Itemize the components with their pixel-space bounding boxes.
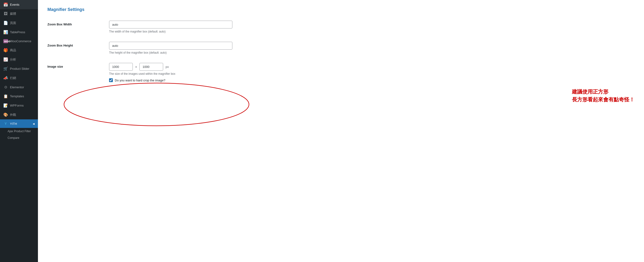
sidebar-item-woocommerce[interactable]: woo WooCommerce [0,37,38,46]
zoom-box-height-hint: The height of the magnifier box (default… [109,51,232,54]
image-height-input[interactable] [140,63,163,71]
sidebar-subitem-label: Ajax Product Filter [8,130,31,133]
sidebar-subitem-label: Compare [8,136,19,140]
sidebar-item-wpforms[interactable]: 📝 WPForms [0,101,38,110]
zoom-box-width-hint: The width of the magnifier box (default:… [109,30,232,33]
sidebar-item-elementor[interactable]: ⊙ Elementor [0,83,38,92]
yith-icon: Y [3,122,8,126]
sidebar-item-products[interactable]: 🎁 商品 [0,46,38,55]
times-icon: × [135,65,137,69]
annotation-line1: 建議使用正方形 [572,88,634,96]
sidebar-item-label: Elementor [10,85,24,89]
appearance-icon: 🎨 [3,113,8,117]
annotation-line2: 長方形看起來會有點奇怪！ [572,96,634,103]
sidebar-subitem-compare[interactable]: Compare [0,135,38,141]
pages-icon: 📄 [3,21,8,25]
sidebar: 📅 Events 🖼 媒體 📄 頁面 📊 TablePress woo WooC… [0,0,38,262]
image-size-control: × px The size of the images used within … [109,63,232,82]
sidebar-item-label: TablePress [10,30,25,34]
marketing-icon: 📣 [3,76,8,80]
sidebar-item-analytics[interactable]: 📈 分析 [0,55,38,64]
highlight-ellipse [62,81,251,128]
hard-crop-label[interactable]: Do you want to hard crop the image? [115,79,165,82]
zoom-box-height-row: Zoom Box Height The height of the magnif… [48,42,634,54]
sidebar-arrow-icon: ◀ [33,122,34,125]
templates-icon: 📋 [3,94,8,99]
image-size-label: Image size [48,63,100,68]
hard-crop-checkbox[interactable] [109,78,113,82]
sidebar-item-tablepress[interactable]: 📊 TablePress [0,28,38,37]
zoom-box-width-input[interactable] [109,21,232,29]
sidebar-item-label: 媒體 [10,12,16,16]
sidebar-item-label: Events [10,3,20,7]
zoom-box-width-row: Zoom Box Width The width of the magnifie… [48,21,634,33]
woocommerce-icon: woo [3,39,8,43]
sidebar-item-events[interactable]: 📅 Events [0,0,38,9]
media-icon: 🖼 [3,12,8,16]
section-title: Magnifier Settings [48,7,634,12]
sidebar-item-marketing[interactable]: 📣 行銷 [0,73,38,83]
sidebar-item-label: WPForms [10,104,24,107]
product-slider-icon: 🛒 [3,67,8,71]
image-width-input[interactable] [109,63,133,71]
sidebar-item-yith[interactable]: Y YITH ◀ [0,119,38,128]
tablepress-icon: 📊 [3,30,8,35]
zoom-box-width-label: Zoom Box Width [48,21,100,26]
analytics-icon: 📈 [3,57,8,62]
sidebar-item-label: YITH [10,122,17,126]
sidebar-item-label: Product Slider [10,67,30,71]
sidebar-item-label: 分析 [10,58,16,62]
hard-crop-row: Do you want to hard crop the image? [109,78,232,82]
products-icon: 🎁 [3,48,8,53]
elementor-icon: ⊙ [3,85,8,89]
sidebar-item-label: Templates [10,94,24,98]
sidebar-item-label: 行銷 [10,76,16,80]
sidebar-item-media[interactable]: 🖼 媒體 [0,9,38,18]
annotation-text: 建議使用正方形 長方形看起來會有點奇怪！ [572,88,634,103]
sidebar-subitem-ajax-product-filter[interactable]: Ajax Product Filter [0,128,38,135]
sidebar-item-product-slider[interactable]: 🛒 Product Slider [0,64,38,73]
sidebar-item-appearance[interactable]: 🎨 外觀 [0,110,38,119]
sidebar-item-label: WooCommerce [10,39,31,43]
sidebar-item-label: 商品 [10,48,16,53]
main-content: Magnifier Settings Zoom Box Width The wi… [38,0,644,262]
sidebar-item-templates[interactable]: 📋 Templates [0,92,38,101]
sidebar-item-label: 頁面 [10,21,16,25]
zoom-box-height-input[interactable] [109,42,232,50]
zoom-box-height-control: The height of the magnifier box (default… [109,42,232,54]
svg-point-0 [64,83,249,126]
px-label: px [166,65,169,69]
image-size-inputs: × px [109,63,232,71]
wpforms-icon: 📝 [3,103,8,108]
events-icon: 📅 [3,2,8,7]
sidebar-item-label: 外觀 [10,113,16,117]
zoom-box-width-control: The width of the magnifier box (default:… [109,21,232,33]
zoom-box-height-label: Zoom Box Height [48,42,100,47]
image-size-hint: The size of the images used within the m… [109,72,232,76]
sidebar-item-pages[interactable]: 📄 頁面 [0,18,38,28]
image-size-row: Image size × px The size of the images u… [48,63,634,82]
